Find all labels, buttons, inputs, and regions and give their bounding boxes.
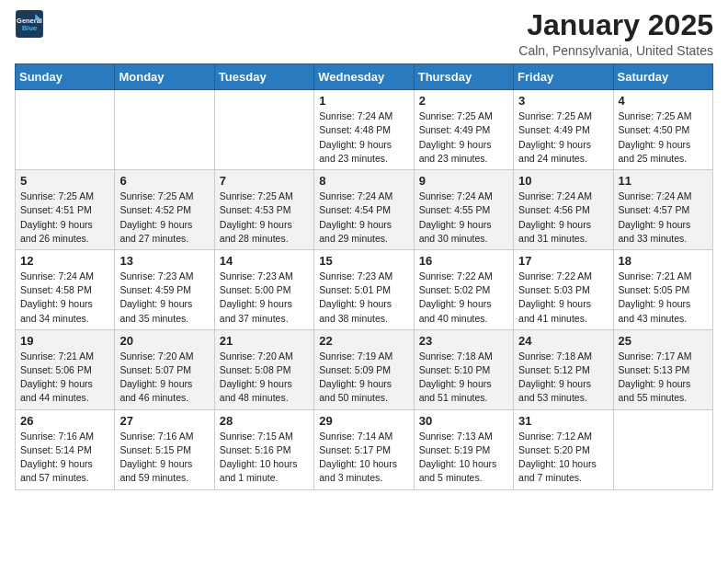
day-info: Sunrise: 7:16 AM Sunset: 5:15 PM Dayligh… — [119, 430, 209, 486]
day-cell: 3Sunrise: 7:25 AM Sunset: 4:49 PM Daylig… — [514, 90, 613, 170]
week-row-5: 26Sunrise: 7:16 AM Sunset: 5:14 PM Dayli… — [16, 409, 713, 489]
week-row-4: 19Sunrise: 7:21 AM Sunset: 5:06 PM Dayli… — [16, 329, 713, 409]
day-cell: 28Sunrise: 7:15 AM Sunset: 5:16 PM Dayli… — [214, 409, 313, 489]
weekday-header-wednesday: Wednesday — [314, 64, 414, 90]
logo-icon: General Blue — [15, 9, 44, 39]
day-number: 31 — [518, 414, 608, 428]
day-info: Sunrise: 7:19 AM Sunset: 5:09 PM Dayligh… — [319, 350, 408, 406]
day-info: Sunrise: 7:23 AM Sunset: 4:59 PM Dayligh… — [119, 270, 209, 326]
day-info: Sunrise: 7:12 AM Sunset: 5:20 PM Dayligh… — [518, 430, 608, 486]
day-number: 10 — [518, 174, 608, 188]
day-number: 23 — [419, 334, 508, 348]
day-cell: 20Sunrise: 7:20 AM Sunset: 5:07 PM Dayli… — [115, 329, 214, 409]
day-cell: 14Sunrise: 7:23 AM Sunset: 5:00 PM Dayli… — [214, 249, 313, 329]
day-info: Sunrise: 7:13 AM Sunset: 5:19 PM Dayligh… — [419, 430, 508, 486]
day-info: Sunrise: 7:25 AM Sunset: 4:49 PM Dayligh… — [518, 109, 608, 166]
calendar: SundayMondayTuesdayWednesdayThursdayFrid… — [15, 63, 713, 489]
day-cell: 6Sunrise: 7:25 AM Sunset: 4:52 PM Daylig… — [115, 170, 214, 250]
day-number: 9 — [419, 174, 508, 188]
day-info: Sunrise: 7:20 AM Sunset: 5:08 PM Dayligh… — [220, 350, 309, 406]
day-number: 4 — [619, 94, 708, 108]
day-number: 29 — [319, 414, 408, 428]
day-cell: 19Sunrise: 7:21 AM Sunset: 5:06 PM Dayli… — [16, 329, 115, 409]
day-number: 5 — [20, 174, 109, 188]
week-row-2: 5Sunrise: 7:25 AM Sunset: 4:51 PM Daylig… — [16, 170, 713, 250]
day-number: 12 — [20, 254, 109, 268]
day-info: Sunrise: 7:18 AM Sunset: 5:12 PM Dayligh… — [518, 350, 608, 406]
day-cell: 21Sunrise: 7:20 AM Sunset: 5:08 PM Dayli… — [214, 329, 313, 409]
day-number: 26 — [20, 414, 109, 428]
day-info: Sunrise: 7:25 AM Sunset: 4:52 PM Dayligh… — [119, 190, 209, 246]
day-cell: 27Sunrise: 7:16 AM Sunset: 5:15 PM Dayli… — [115, 409, 214, 489]
day-cell — [214, 90, 313, 170]
page: General Blue January 2025 Caln, Pennsylv… — [0, 0, 728, 500]
day-cell: 12Sunrise: 7:24 AM Sunset: 4:58 PM Dayli… — [16, 249, 115, 329]
day-cell: 17Sunrise: 7:22 AM Sunset: 5:03 PM Dayli… — [514, 249, 613, 329]
title-area: January 2025 Caln, Pennsylvania, United … — [518, 9, 713, 58]
day-number: 17 — [518, 254, 608, 268]
day-cell: 18Sunrise: 7:21 AM Sunset: 5:05 PM Dayli… — [613, 249, 712, 329]
day-number: 20 — [119, 334, 209, 348]
day-number: 2 — [419, 94, 508, 108]
day-info: Sunrise: 7:24 AM Sunset: 4:56 PM Dayligh… — [518, 190, 608, 246]
day-info: Sunrise: 7:21 AM Sunset: 5:06 PM Dayligh… — [20, 350, 109, 406]
day-info: Sunrise: 7:24 AM Sunset: 4:55 PM Dayligh… — [419, 190, 508, 246]
weekday-header-tuesday: Tuesday — [214, 64, 313, 90]
day-cell: 22Sunrise: 7:19 AM Sunset: 5:09 PM Dayli… — [314, 329, 414, 409]
day-info: Sunrise: 7:23 AM Sunset: 5:00 PM Dayligh… — [220, 270, 309, 326]
day-number: 1 — [319, 94, 408, 108]
day-cell: 10Sunrise: 7:24 AM Sunset: 4:56 PM Dayli… — [514, 170, 613, 250]
day-cell — [613, 409, 712, 489]
day-info: Sunrise: 7:24 AM Sunset: 4:48 PM Dayligh… — [319, 109, 408, 166]
weekday-header-saturday: Saturday — [613, 64, 712, 90]
day-info: Sunrise: 7:21 AM Sunset: 5:05 PM Dayligh… — [619, 270, 708, 326]
day-info: Sunrise: 7:22 AM Sunset: 5:02 PM Dayligh… — [419, 270, 508, 326]
weekday-header-row: SundayMondayTuesdayWednesdayThursdayFrid… — [16, 64, 713, 90]
day-info: Sunrise: 7:24 AM Sunset: 4:58 PM Dayligh… — [20, 270, 109, 326]
weekday-header-friday: Friday — [514, 64, 613, 90]
day-cell: 1Sunrise: 7:24 AM Sunset: 4:48 PM Daylig… — [314, 90, 414, 170]
day-number: 13 — [119, 254, 209, 268]
day-number: 24 — [518, 334, 608, 348]
day-cell: 13Sunrise: 7:23 AM Sunset: 4:59 PM Dayli… — [115, 249, 214, 329]
day-info: Sunrise: 7:22 AM Sunset: 5:03 PM Dayligh… — [518, 270, 608, 326]
day-cell: 16Sunrise: 7:22 AM Sunset: 5:02 PM Dayli… — [414, 249, 513, 329]
day-number: 21 — [220, 334, 309, 348]
day-cell: 29Sunrise: 7:14 AM Sunset: 5:17 PM Dayli… — [314, 409, 414, 489]
week-row-1: 1Sunrise: 7:24 AM Sunset: 4:48 PM Daylig… — [16, 90, 713, 170]
day-number: 15 — [319, 254, 408, 268]
day-info: Sunrise: 7:14 AM Sunset: 5:17 PM Dayligh… — [319, 430, 408, 486]
day-cell: 4Sunrise: 7:25 AM Sunset: 4:50 PM Daylig… — [613, 90, 712, 170]
day-number: 30 — [419, 414, 508, 428]
day-cell: 8Sunrise: 7:24 AM Sunset: 4:54 PM Daylig… — [314, 170, 414, 250]
week-row-3: 12Sunrise: 7:24 AM Sunset: 4:58 PM Dayli… — [16, 249, 713, 329]
day-cell: 11Sunrise: 7:24 AM Sunset: 4:57 PM Dayli… — [613, 170, 712, 250]
day-number: 16 — [419, 254, 508, 268]
day-number: 28 — [220, 414, 309, 428]
month-title: January 2025 — [518, 9, 713, 41]
weekday-header-thursday: Thursday — [414, 64, 513, 90]
weekday-header-sunday: Sunday — [16, 64, 115, 90]
day-number: 19 — [20, 334, 109, 348]
day-info: Sunrise: 7:25 AM Sunset: 4:51 PM Dayligh… — [20, 190, 109, 246]
header: General Blue January 2025 Caln, Pennsylv… — [15, 9, 713, 58]
day-cell — [115, 90, 214, 170]
day-number: 25 — [619, 334, 708, 348]
day-info: Sunrise: 7:15 AM Sunset: 5:16 PM Dayligh… — [220, 430, 309, 486]
day-number: 8 — [319, 174, 408, 188]
day-cell — [16, 90, 115, 170]
location-title: Caln, Pennsylvania, United States — [518, 43, 713, 58]
logo-area: General Blue — [15, 9, 46, 39]
day-info: Sunrise: 7:25 AM Sunset: 4:50 PM Dayligh… — [619, 109, 708, 166]
day-number: 14 — [220, 254, 309, 268]
day-number: 22 — [319, 334, 408, 348]
weekday-header-monday: Monday — [115, 64, 214, 90]
day-cell: 26Sunrise: 7:16 AM Sunset: 5:14 PM Dayli… — [16, 409, 115, 489]
day-cell: 30Sunrise: 7:13 AM Sunset: 5:19 PM Dayli… — [414, 409, 513, 489]
day-cell: 25Sunrise: 7:17 AM Sunset: 5:13 PM Dayli… — [613, 329, 712, 409]
day-info: Sunrise: 7:20 AM Sunset: 5:07 PM Dayligh… — [119, 350, 209, 406]
day-info: Sunrise: 7:23 AM Sunset: 5:01 PM Dayligh… — [319, 270, 408, 326]
day-info: Sunrise: 7:24 AM Sunset: 4:57 PM Dayligh… — [619, 190, 708, 246]
day-cell: 31Sunrise: 7:12 AM Sunset: 5:20 PM Dayli… — [514, 409, 613, 489]
day-number: 7 — [220, 174, 309, 188]
